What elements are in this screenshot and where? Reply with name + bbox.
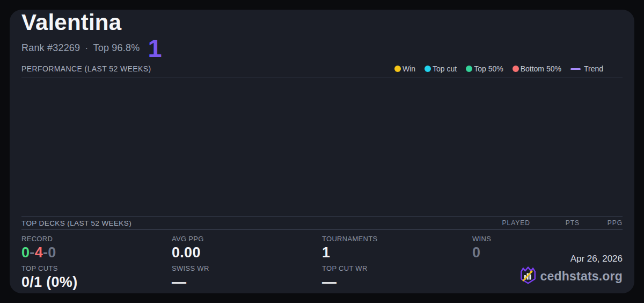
performance-chart bbox=[21, 77, 623, 216]
record-value: 0-4-0 bbox=[21, 245, 172, 260]
cedhstats-brand-link[interactable]: cedhstats.org bbox=[540, 269, 623, 284]
column-header-played: PLAYED bbox=[479, 219, 530, 227]
column-header-pts: PTS bbox=[530, 219, 580, 227]
dot-separator: · bbox=[85, 42, 88, 53]
top-cut-legend-dot bbox=[425, 66, 431, 72]
bottom50-legend-dot bbox=[513, 66, 519, 72]
top-cuts-value: 0/1 (0%) bbox=[21, 275, 172, 290]
page-title: Valentina bbox=[21, 10, 623, 35]
legend-label: Top cut bbox=[433, 64, 457, 73]
legend-item-win: Win bbox=[394, 64, 415, 73]
record-draws: 0 bbox=[48, 244, 56, 261]
generated-date: Apr 26, 2026 bbox=[519, 254, 623, 264]
rank-number: Rank #32269 bbox=[21, 42, 80, 53]
legend-label: Bottom 50% bbox=[521, 64, 561, 73]
top-decks-section-header: TOP DECKS (LAST 52 WEEKS) PLAYED PTS PPG bbox=[21, 216, 623, 230]
stat-top-cuts: TOP CUTS 0/1 (0%) bbox=[21, 264, 172, 290]
stat-label: RECORD bbox=[21, 235, 172, 243]
stat-tournaments: TOURNAMENTS 1 bbox=[322, 235, 472, 260]
top-cut-wr-value: — bbox=[322, 275, 472, 290]
trend-legend-line bbox=[570, 68, 581, 70]
stat-top-cut-wr: TOP CUT WR — bbox=[322, 264, 472, 290]
record-losses: 4 bbox=[35, 244, 43, 261]
card-footer: Apr 26, 2026 cedhstats.org bbox=[519, 254, 623, 286]
tournaments-value: 1 bbox=[322, 245, 472, 260]
stat-label: TOURNAMENTS bbox=[322, 235, 472, 243]
stat-label: TOP CUTS bbox=[21, 264, 172, 272]
page-background: Valentina Rank #32269·Top 96.8% 1 PERFOR… bbox=[0, 0, 644, 303]
legend-item-trend: Trend bbox=[570, 64, 603, 73]
player-stats-card: Valentina Rank #32269·Top 96.8% 1 PERFOR… bbox=[10, 10, 634, 293]
stat-label: AVG PPG bbox=[172, 235, 322, 243]
win-legend-dot bbox=[394, 66, 401, 72]
top50-legend-dot bbox=[466, 66, 472, 72]
record-separator: - bbox=[30, 244, 34, 261]
record-wins: 0 bbox=[21, 244, 30, 261]
chart-legend: Win Top cut Top 50% Bottom 50% Trend bbox=[394, 64, 603, 73]
performance-section-header: PERFORMANCE (LAST 52 WEEKS) Win Top cut … bbox=[21, 61, 623, 77]
card-header: Valentina Rank #32269·Top 96.8% 1 bbox=[21, 10, 623, 61]
stat-record: RECORD 0-4-0 bbox=[21, 235, 172, 260]
legend-item-top50: Top 50% bbox=[466, 64, 503, 73]
brand-row: cedhstats.org bbox=[519, 266, 623, 286]
legend-label: Top 50% bbox=[474, 64, 503, 73]
record-separator: - bbox=[43, 244, 48, 261]
column-header-ppg: PPG bbox=[580, 219, 623, 227]
score-number: 1 bbox=[148, 35, 162, 61]
rank-summary: Rank #32269·Top 96.8% 1 bbox=[21, 35, 623, 61]
stat-avg-ppg: AVG PPG 0.00 bbox=[172, 235, 322, 260]
swiss-wr-value: — bbox=[172, 275, 322, 290]
top-decks-column-headers: PLAYED PTS PPG bbox=[479, 219, 623, 227]
legend-label: Win bbox=[402, 64, 415, 73]
stat-label: TOP CUT WR bbox=[322, 264, 472, 272]
stat-label: WINS bbox=[472, 235, 623, 243]
rank-text: Rank #32269·Top 96.8% bbox=[21, 42, 140, 54]
cedhstats-logo-icon bbox=[519, 266, 537, 286]
avg-ppg-value: 0.00 bbox=[172, 245, 322, 260]
stat-swiss-wr: SWISS WR — bbox=[172, 264, 322, 290]
legend-item-bottom50: Bottom 50% bbox=[513, 64, 561, 73]
performance-section-label: PERFORMANCE (LAST 52 WEEKS) bbox=[21, 64, 151, 73]
stat-label: SWISS WR bbox=[172, 264, 322, 272]
top-percent: Top 96.8% bbox=[93, 42, 140, 53]
legend-item-top-cut: Top cut bbox=[425, 64, 457, 73]
legend-label: Trend bbox=[584, 64, 603, 73]
top-decks-section-label: TOP DECKS (LAST 52 WEEKS) bbox=[21, 219, 131, 227]
